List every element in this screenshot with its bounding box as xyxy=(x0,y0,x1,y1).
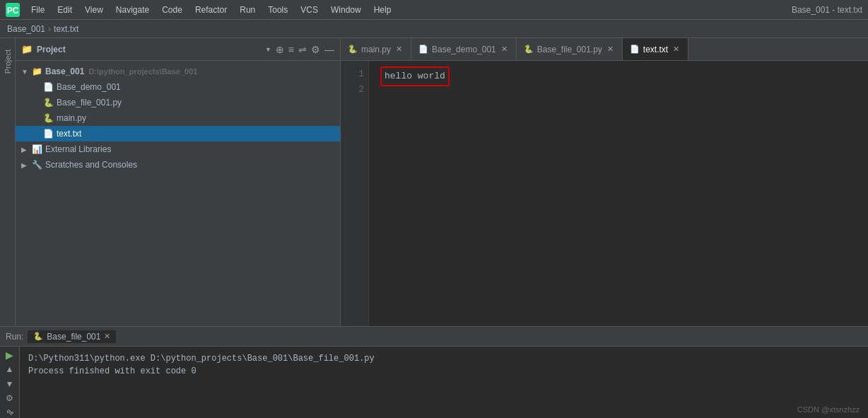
ext-lib-label: External Libraries xyxy=(45,144,111,154)
close-panel-icon[interactable]: — xyxy=(324,44,334,55)
tab-icon-main-py: 🐍 xyxy=(348,45,358,54)
code-area[interactable]: hello world xyxy=(369,61,868,326)
line-number-1: 1 xyxy=(345,66,364,82)
scratch-icon: 🔧 xyxy=(31,159,42,170)
run-tab-label: Base_file_001 xyxy=(47,332,100,342)
scroll-to-icon[interactable]: ≡ xyxy=(288,44,294,55)
breadcrumb-separator: › xyxy=(48,24,51,34)
add-icon[interactable]: ⊕ xyxy=(276,44,284,55)
side-tab-project[interactable]: Project xyxy=(0,38,16,326)
run-output: D:\Python311\python.exe D:\python_projec… xyxy=(20,347,868,418)
project-folder-icon: 📁 xyxy=(21,44,33,54)
menu-run[interactable]: Run xyxy=(234,4,261,16)
expand-icon[interactable]: ⇌ xyxy=(298,44,307,55)
scratch-arrow-icon: ▶ xyxy=(21,161,31,169)
menu-refactor[interactable]: Refactor xyxy=(189,4,233,16)
tree-root[interactable]: ▼ 📁 Base_001 D:\python_projects\Base_001 xyxy=(16,64,340,79)
run-panel: Run: 🐍 Base_file_001 ✕ ▶ ▲ ▼ ⚙ ⇌ D:\Pyth… xyxy=(0,326,868,418)
root-folder-path: D:\python_projects\Base_001 xyxy=(88,67,197,76)
menu-edit[interactable]: Edit xyxy=(52,4,78,16)
project-tree: ▼ 📁 Base_001 D:\python_projects\Base_001… xyxy=(16,61,340,326)
svg-text:PC: PC xyxy=(7,6,19,16)
tab-label-base-file: Base_file_001.py xyxy=(537,45,602,54)
menu-view[interactable]: View xyxy=(79,4,109,16)
editor-content: 1 2 hello world xyxy=(341,61,868,326)
run-redirect-button[interactable]: ⇌ xyxy=(1,403,19,418)
file-icon-main: 🐍 xyxy=(42,112,54,124)
tree-item-base-demo[interactable]: 📄 Base_demo_001 xyxy=(16,79,340,95)
ext-lib-arrow-icon: ▶ xyxy=(21,146,31,153)
line-numbers: 1 2 xyxy=(341,61,369,326)
tab-close-base-demo[interactable]: ✕ xyxy=(500,45,509,54)
app-logo: PC xyxy=(6,3,20,17)
project-header: 📁 Project ▼ ⊕ ≡ ⇌ ⚙ — xyxy=(16,38,340,61)
breadcrumb-root[interactable]: Base_001 xyxy=(7,24,45,34)
menu-window[interactable]: Window xyxy=(325,4,367,16)
tab-close-text-txt[interactable]: ✕ xyxy=(671,45,681,54)
menu-file[interactable]: File xyxy=(25,4,50,16)
tab-text-txt[interactable]: 📄 text.txt ✕ xyxy=(623,38,688,61)
line-number-2: 2 xyxy=(345,82,364,98)
run-output-line-1: D:\Python311\python.exe D:\python_projec… xyxy=(28,352,860,365)
editor-area: 🐍 main.py ✕ 📄 Base_demo_001 ✕ 🐍 Base_fil… xyxy=(341,38,868,326)
tree-item-scratches[interactable]: ▶ 🔧 Scratches and Consoles xyxy=(16,157,340,173)
tab-base-file[interactable]: 🐍 Base_file_001.py ✕ xyxy=(517,38,623,61)
run-scroll-down-button[interactable]: ▼ xyxy=(3,378,17,389)
hello-world-text: hello world xyxy=(380,66,450,86)
menu-vcs[interactable]: VCS xyxy=(295,4,324,16)
tree-item-text-txt[interactable]: 📄 text.txt xyxy=(16,126,340,141)
menu-tools[interactable]: Tools xyxy=(262,4,293,16)
window-title: Base_001 - text.txt xyxy=(792,5,862,15)
menu-bar: PC File Edit View Navigate Code Refactor… xyxy=(0,0,868,20)
project-header-title: Project xyxy=(37,45,66,54)
root-arrow-icon: ▼ xyxy=(21,68,31,76)
tab-close-base-file[interactable]: ✕ xyxy=(606,45,615,54)
file-icon-base-file: 🐍 xyxy=(42,97,54,108)
tab-icon-base-file: 🐍 xyxy=(524,45,534,54)
main-area: Project 📁 Project ▼ ⊕ ≡ ⇌ ⚙ — ▼ 📁 Base_0… xyxy=(0,38,868,326)
run-label: Run: xyxy=(6,332,23,342)
file-icon-text-txt: 📄 xyxy=(42,128,54,139)
menu-code[interactable]: Code xyxy=(156,4,188,16)
tab-icon-base-demo: 📄 xyxy=(418,45,428,54)
menu-navigate[interactable]: Navigate xyxy=(110,4,155,16)
tree-item-base-file[interactable]: 🐍 Base_file_001.py xyxy=(16,95,340,110)
run-header: Run: 🐍 Base_file_001 ✕ xyxy=(0,327,868,347)
root-folder-name: Base_001 xyxy=(45,66,84,76)
tab-main-py[interactable]: 🐍 main.py ✕ xyxy=(341,38,411,61)
tab-icon-text-txt: 📄 xyxy=(630,45,640,54)
tab-close-main-py[interactable]: ✕ xyxy=(394,45,404,54)
ext-lib-icon: 📊 xyxy=(31,144,42,155)
tab-base-demo[interactable]: 📄 Base_demo_001 ✕ xyxy=(411,38,517,61)
tree-item-external-libs[interactable]: ▶ 📊 External Libraries xyxy=(16,141,340,157)
tab-label-base-demo: Base_demo_001 xyxy=(432,45,496,54)
run-tools-button[interactable]: ⚙ xyxy=(3,393,17,404)
breadcrumb-file[interactable]: text.txt xyxy=(54,24,78,34)
run-tab-base-file[interactable]: 🐍 Base_file_001 ✕ xyxy=(28,330,116,343)
tree-item-main[interactable]: 🐍 main.py xyxy=(16,110,340,126)
csdn-watermark: CSDN @xtsnzhzz xyxy=(797,405,860,414)
file-name-base-demo: Base_demo_001 xyxy=(57,82,121,92)
run-play-button[interactable]: ▶ xyxy=(3,349,17,361)
run-tab-close-icon[interactable]: ✕ xyxy=(104,332,110,341)
run-content: ▶ ▲ ▼ ⚙ ⇌ D:\Python311\python.exe D:\pyt… xyxy=(0,347,868,418)
breadcrumb: Base_001 › text.txt xyxy=(0,20,868,38)
run-tab-icon: 🐍 xyxy=(33,332,43,341)
settings-icon[interactable]: ⚙ xyxy=(311,44,320,55)
side-tab-label[interactable]: Project xyxy=(2,45,13,78)
run-sidebar: ▶ ▲ ▼ ⚙ ⇌ xyxy=(0,347,20,418)
file-name-main: main.py xyxy=(57,113,86,123)
menu-help[interactable]: Help xyxy=(368,4,397,16)
tab-label-main-py: main.py xyxy=(361,45,391,54)
file-name-base-file: Base_file_001.py xyxy=(57,98,122,108)
project-panel: 📁 Project ▼ ⊕ ≡ ⇌ ⚙ — ▼ 📁 Base_001 D:\py… xyxy=(16,38,341,326)
root-folder-icon: 📁 xyxy=(31,66,42,77)
code-line-1: hello world xyxy=(380,66,857,86)
file-icon-base-demo: 📄 xyxy=(42,81,54,93)
project-dropdown-icon[interactable]: ▼ xyxy=(265,46,271,53)
run-output-line-3: Process finished with exit code 0 xyxy=(28,365,860,378)
run-scroll-up-button[interactable]: ▲ xyxy=(3,364,17,375)
file-name-text-txt: text.txt xyxy=(57,129,81,139)
tabs-bar: 🐍 main.py ✕ 📄 Base_demo_001 ✕ 🐍 Base_fil… xyxy=(341,38,868,61)
scratch-label: Scratches and Consoles xyxy=(45,160,137,170)
